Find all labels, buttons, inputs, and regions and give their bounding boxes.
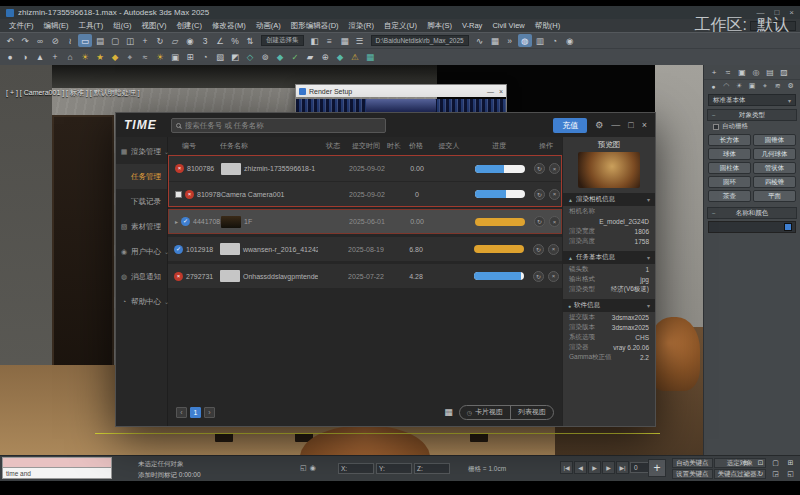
- selection-lock-icon[interactable]: ◉: [310, 464, 316, 472]
- bar-icon[interactable]: ▰: [303, 51, 317, 64]
- project-path-dropdown[interactable]: D:\BaiduNetdisk\rb_Max_2025: [371, 35, 469, 46]
- systems-icon[interactable]: ⚙: [785, 81, 796, 92]
- zoom-region-icon[interactable]: ⊞: [784, 458, 797, 468]
- target-icon[interactable]: ⌖: [123, 51, 137, 64]
- primitive-button[interactable]: 球体: [708, 148, 751, 160]
- menu-item[interactable]: 渲染(R): [344, 21, 379, 31]
- primitive-button[interactable]: 四棱锥: [753, 176, 796, 188]
- dialog-maximize-button[interactable]: □: [628, 120, 633, 130]
- search-input[interactable]: [185, 121, 381, 130]
- name-color-rollout[interactable]: − 名称和颜色: [707, 207, 797, 219]
- rotate-icon[interactable]: ↻: [153, 34, 167, 47]
- restart-button[interactable]: ↻: [534, 163, 545, 174]
- preview-image[interactable]: [578, 152, 640, 188]
- lights-icon[interactable]: ☀: [734, 81, 745, 92]
- menu-item[interactable]: 组(G): [108, 21, 136, 31]
- render-icon[interactable]: ◉: [563, 34, 577, 47]
- object-type-rollout[interactable]: − 对象类型: [707, 109, 797, 121]
- layer-icon[interactable]: ●: [3, 51, 17, 64]
- grid-view-icon[interactable]: ▦: [444, 407, 453, 417]
- cameras-icon[interactable]: ▣: [747, 81, 758, 92]
- list-view-button[interactable]: 列表视图: [510, 406, 553, 419]
- sidebar-item-task-manage[interactable]: 任务管理: [116, 164, 167, 189]
- table-row[interactable]: × 8100786 zhizmin-1735596618-1 2025-09-0…: [169, 156, 561, 181]
- menu-item[interactable]: 编辑(E): [39, 21, 74, 31]
- section-header-camera[interactable]: ▲ 渲染相机信息 ▾: [563, 193, 655, 206]
- popup-minimize-button[interactable]: —: [487, 88, 494, 95]
- primitive-button[interactable]: 茶壶: [708, 190, 751, 202]
- check-icon[interactable]: ✓: [288, 51, 302, 64]
- delete-button[interactable]: ×: [549, 163, 560, 174]
- undo-icon[interactable]: ↶: [3, 34, 17, 47]
- prev-page-button[interactable]: ‹: [176, 407, 187, 418]
- primitive-button[interactable]: 圆环: [708, 176, 751, 188]
- schedule-icon[interactable]: ▦: [488, 34, 502, 47]
- home-icon[interactable]: ⌂: [63, 51, 77, 64]
- menu-item[interactable]: 文件(F): [4, 21, 39, 31]
- delete-button[interactable]: ×: [548, 244, 559, 255]
- percent-snap-icon[interactable]: %: [228, 34, 242, 47]
- menu-item[interactable]: 创建(C): [172, 21, 207, 31]
- chevron-more-icon[interactable]: »: [503, 34, 517, 47]
- spacewarps-icon[interactable]: ≋: [772, 81, 783, 92]
- go-start-icon[interactable]: |◀: [560, 461, 573, 474]
- modify-tab-icon[interactable]: ≈: [722, 66, 734, 78]
- delete-button[interactable]: ×: [549, 189, 560, 200]
- restart-button[interactable]: ↻: [533, 271, 544, 282]
- primitive-button[interactable]: 平面: [753, 190, 796, 202]
- table-row[interactable]: × 8109786 Camera Camera001 2025-09-02 0: [169, 181, 561, 206]
- menu-item[interactable]: 图形编辑器(D): [286, 21, 344, 31]
- menu-item[interactable]: 脚本(S): [422, 21, 457, 31]
- restart-button[interactable]: ↻: [534, 216, 545, 227]
- mirror2-icon[interactable]: ◑: [18, 51, 32, 64]
- menu-item[interactable]: 自定义(U): [379, 21, 422, 31]
- sun-light-icon[interactable]: ☀: [78, 51, 92, 64]
- autogrid-checkbox[interactable]: [713, 124, 719, 130]
- maximize-viewport-icon[interactable]: ◲: [769, 469, 782, 479]
- table-row[interactable]: ▸ ✓ 4441708 1F 2025-06-01 0.00: [168, 209, 562, 234]
- expand-icon[interactable]: ▸: [175, 218, 178, 225]
- zoom-icon[interactable]: ⊕: [739, 458, 752, 468]
- rendered-frame-icon[interactable]: ◔: [548, 34, 562, 47]
- dialog-titlebar[interactable]: TIME 充值 ⚙ — □ ×: [116, 113, 655, 137]
- sidebar-item-help-center[interactable]: ◔ 帮助中心 ⌄: [116, 289, 167, 314]
- teapot-icon[interactable]: ◆: [108, 51, 122, 64]
- gear-icon[interactable]: ⚙: [595, 120, 603, 130]
- primitive-button[interactable]: 长方体: [708, 134, 751, 146]
- redo-icon[interactable]: ↷: [18, 34, 32, 47]
- scale-icon[interactable]: ▱: [168, 34, 182, 47]
- workspace-selector[interactable]: 工作区: 默认: [695, 19, 800, 32]
- y-coordinate-field[interactable]: Y:: [376, 463, 412, 474]
- pan-icon[interactable]: +: [739, 469, 752, 479]
- omni-light-icon[interactable]: ☀: [153, 51, 167, 64]
- curve-editor-icon[interactable]: ∿: [473, 34, 487, 47]
- snap-toggle-icon[interactable]: 3: [198, 34, 212, 47]
- named-selection-set-dropdown[interactable]: 创建选择集: [261, 35, 304, 46]
- bind-spacewarp-icon[interactable]: ≀: [63, 34, 77, 47]
- camera-icon[interactable]: ▣: [168, 51, 182, 64]
- play-icon[interactable]: ▶: [588, 461, 601, 474]
- menu-item[interactable]: 帮助(H): [530, 21, 565, 31]
- close-button[interactable]: ×: [789, 8, 794, 17]
- select-object-icon[interactable]: ▭: [78, 34, 92, 47]
- layer-manager-icon[interactable]: ☰: [353, 34, 367, 47]
- restart-button[interactable]: ↻: [533, 244, 544, 255]
- table-row[interactable]: ✓ 1012918 wwansen-r_2016_4124226 2025-08…: [168, 236, 562, 261]
- shapes-icon[interactable]: ◠: [721, 81, 732, 92]
- zoom-all-icon[interactable]: ⊡: [754, 458, 767, 468]
- primitive-button[interactable]: 几何球体: [753, 148, 796, 160]
- sidebar-item-user-center[interactable]: ◉ 用户中心 ⌄: [116, 239, 167, 264]
- menu-item[interactable]: 视图(V): [137, 21, 172, 31]
- prev-frame-icon[interactable]: ◀: [574, 461, 587, 474]
- helpers-icon[interactable]: ⌖: [759, 81, 770, 92]
- section-header-software[interactable]: ● 软件信息 ▾: [563, 299, 655, 312]
- sidebar-item-render-manage[interactable]: ▦ 渲染管理 ⌄: [116, 139, 167, 164]
- restart-button[interactable]: ↻: [534, 189, 545, 200]
- menu-item[interactable]: Civil View: [487, 21, 529, 30]
- zoom-extents-icon[interactable]: ▢: [769, 458, 782, 468]
- select-by-name-icon[interactable]: ▤: [93, 34, 107, 47]
- pivot-icon[interactable]: ◉: [183, 34, 197, 47]
- teal-grid-icon[interactable]: ▦: [363, 51, 377, 64]
- auto-key-button[interactable]: 自动关键点: [672, 458, 713, 468]
- shade-icon[interactable]: ▧: [213, 51, 227, 64]
